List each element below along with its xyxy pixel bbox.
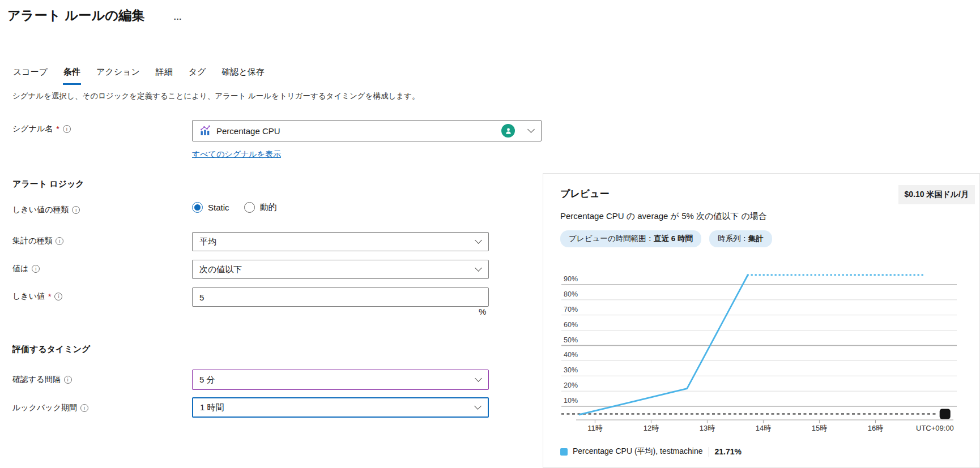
chevron-down-icon — [475, 237, 482, 244]
signal-name-label: シグナル名 * i — [12, 124, 71, 134]
metric-signal-icon — [199, 125, 211, 136]
x-axis-tick-label: 15時 — [812, 424, 827, 432]
required-asterisk: * — [56, 124, 59, 134]
y-axis-tick-label: 70% — [564, 306, 578, 314]
time-range-pill: プレビューの時間範囲：直近 6 時間 — [560, 230, 701, 247]
aggregation-label-text: 集計の種類 — [12, 236, 52, 246]
frequency-label-text: 確認する間隔 — [12, 375, 61, 385]
threshold-type-radio-group: Static 動的 — [192, 202, 277, 213]
x-axis-tick-label: 16時 — [868, 424, 883, 432]
chevron-down-icon — [474, 402, 482, 410]
more-options-button[interactable]: … — [173, 12, 182, 22]
operator-label: 値は i — [12, 264, 40, 274]
chevron-down-icon — [475, 264, 482, 272]
signal-name-value: Percentage CPU — [216, 126, 280, 136]
required-asterisk: * — [48, 292, 51, 301]
tab-tags[interactable]: タグ — [188, 65, 207, 85]
lookback-label-text: ルックバック期間 — [12, 403, 77, 413]
pill-value: 直近 6 時間 — [654, 234, 693, 243]
price-badge: $0.10 米国ドル/月 — [898, 185, 975, 204]
threshold-type-label: しきい値の種類 i — [12, 205, 80, 215]
x-axis-tick-label: 13時 — [700, 424, 715, 432]
y-axis-tick-label: 40% — [564, 351, 578, 359]
legend-current-value: 21.71% — [715, 447, 742, 456]
operator-value: 次の値以下 — [199, 264, 242, 275]
aggregation-dropdown[interactable]: 平均 — [192, 232, 489, 251]
threshold-type-label-text: しきい値の種類 — [12, 205, 69, 215]
y-axis-tick-label: 80% — [564, 290, 578, 298]
lookback-value: 1 時間 — [200, 402, 224, 413]
info-icon[interactable]: i — [54, 293, 62, 300]
lookback-dropdown[interactable]: 1 時間 — [192, 397, 489, 418]
radio-option-dynamic[interactable]: 動的 — [244, 202, 277, 213]
preview-chart-container: 10%20%30%40%50%60%70%80%90%11時12時13時14時1… — [544, 254, 975, 441]
info-icon[interactable]: i — [32, 265, 40, 273]
operator-dropdown[interactable]: 次の値以下 — [192, 260, 489, 279]
info-icon[interactable]: i — [56, 237, 63, 245]
y-axis-tick-label: 60% — [564, 321, 578, 329]
frequency-dropdown[interactable]: 5 分 — [192, 370, 489, 390]
info-icon[interactable]: i — [64, 376, 72, 384]
threshold-handle[interactable] — [940, 409, 951, 419]
pill-value: 集計 — [748, 234, 764, 243]
aggregation-value: 平均 — [199, 237, 216, 247]
radio-label: 動的 — [260, 202, 277, 213]
threshold-value-input[interactable]: 5 — [192, 287, 489, 307]
frequency-value: 5 分 — [199, 375, 215, 385]
y-axis-tick-label: 50% — [564, 336, 578, 344]
threshold-unit-label: % — [479, 307, 486, 316]
evaluation-section-title: 評価するタイミング — [12, 344, 90, 355]
timezone-label: UTC+09:00 — [916, 424, 954, 432]
tab-bar: スコープ 条件 アクション 詳細 タグ 確認と保存 — [12, 65, 265, 85]
y-axis-tick-label: 30% — [564, 366, 578, 374]
chevron-down-icon — [475, 375, 482, 382]
threshold-value-label: しきい値 * i — [12, 291, 62, 302]
y-axis-tick-label: 20% — [564, 381, 578, 389]
x-axis-tick-label: 11時 — [587, 424, 603, 432]
radio-selected-icon — [192, 202, 203, 213]
signal-name-dropdown[interactable]: Percentage CPU — [192, 120, 542, 141]
radio-label: Static — [208, 203, 229, 212]
tab-actions[interactable]: アクション — [96, 65, 140, 85]
time-series-pill: 時系列：集計 — [709, 230, 772, 247]
tab-scope[interactable]: スコープ — [12, 65, 48, 85]
show-all-signals-link[interactable]: すべてのシグナルを表示 — [192, 149, 281, 160]
alert-logic-section-title: アラート ロジック — [12, 179, 84, 190]
preview-title: プレビュー — [560, 187, 610, 200]
legend-series-label: Percentage CPU (平均), testmachine — [573, 446, 703, 457]
chart-legend: Percentage CPU (平均), testmachine 21.71% — [560, 446, 742, 457]
pill-prefix: 時系列： — [718, 234, 748, 243]
legend-swatch — [560, 448, 568, 456]
intro-text: シグナルを選択し、そのロジックを定義することにより、アラート ルールをトリガーす… — [12, 91, 419, 101]
frequency-label: 確認する間隔 i — [12, 375, 72, 385]
y-axis-tick-label: 10% — [564, 397, 578, 405]
preview-panel: プレビュー $0.10 米国ドル/月 Percentage CPU の aver… — [543, 173, 980, 468]
tab-condition[interactable]: 条件 — [63, 65, 81, 85]
operator-label-text: 値は — [12, 264, 28, 274]
radio-unselected-icon — [244, 202, 255, 213]
threshold-value: 5 — [199, 293, 204, 302]
condition-summary: Percentage CPU の average が 5% 次の値以下 の場合 — [560, 211, 767, 222]
signal-name-label-text: シグナル名 — [12, 124, 53, 134]
info-icon[interactable]: i — [80, 404, 88, 412]
tab-review-create[interactable]: 確認と保存 — [221, 65, 265, 85]
info-icon[interactable]: i — [63, 125, 71, 133]
preview-pills: プレビューの時間範囲：直近 6 時間 時系列：集計 — [560, 230, 772, 247]
info-icon[interactable]: i — [72, 206, 80, 214]
x-axis-tick-label: 12時 — [644, 424, 659, 432]
chevron-down-icon — [527, 126, 535, 133]
page-title: アラート ルールの編集 — [7, 7, 145, 24]
threshold-label-text: しきい値 — [12, 291, 45, 302]
pill-prefix: プレビューの時間範囲： — [569, 234, 654, 243]
lookback-label: ルックバック期間 i — [12, 403, 88, 413]
radio-option-static[interactable]: Static — [192, 202, 229, 213]
signal-health-icon — [501, 124, 515, 138]
preview-chart: 10%20%30%40%50%60%70%80%90%11時12時13時14時1… — [544, 254, 975, 441]
y-axis-tick-label: 90% — [564, 275, 578, 283]
aggregation-label: 集計の種類 i — [12, 236, 63, 246]
legend-divider — [709, 447, 709, 457]
tab-details[interactable]: 詳細 — [155, 65, 173, 85]
x-axis-tick-label: 14時 — [756, 424, 771, 432]
